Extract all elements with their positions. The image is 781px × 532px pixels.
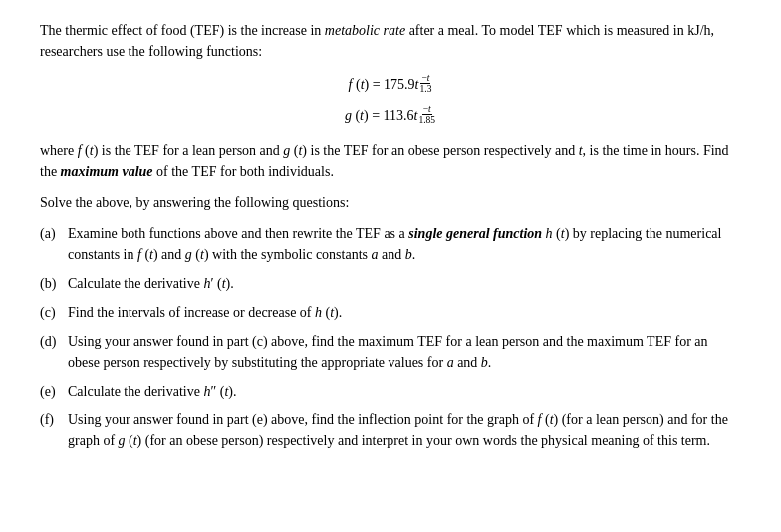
question-b-text: Calculate the derivative h′ (t). <box>68 273 741 294</box>
questions-list: (a) Examine both functions above and the… <box>40 223 741 451</box>
question-e: (e) Calculate the derivative h″ (t). <box>40 381 741 401</box>
main-content: The thermic effect of food (TEF) is the … <box>40 20 741 451</box>
question-b-label: (b) <box>40 273 68 294</box>
equations-block: f (t) = 175.9t−t1.3 g (t) = 113.6t−t1.85 <box>40 74 741 127</box>
question-c-text: Find the intervals of increase or decrea… <box>68 302 741 323</box>
question-a: (a) Examine both functions above and the… <box>40 223 741 265</box>
question-a-label: (a) <box>40 223 68 244</box>
where-clause: where f (t) is the TEF for a lean person… <box>40 140 741 182</box>
question-f-label: (f) <box>40 409 68 430</box>
question-b: (b) Calculate the derivative h′ (t). <box>40 273 741 294</box>
question-d: (d) Using your answer found in part (c) … <box>40 331 741 373</box>
intro-text: The thermic effect of food (TEF) is the … <box>40 20 741 62</box>
question-e-label: (e) <box>40 381 68 401</box>
question-f-text: Using your answer found in part (e) abov… <box>68 409 741 451</box>
question-c: (c) Find the intervals of increase or de… <box>40 302 741 323</box>
question-d-label: (d) <box>40 331 68 352</box>
question-a-text: Examine both functions above and then re… <box>68 223 741 265</box>
question-c-label: (c) <box>40 302 68 323</box>
question-e-text: Calculate the derivative h″ (t). <box>68 381 741 401</box>
question-d-text: Using your answer found in part (c) abov… <box>68 331 741 373</box>
question-f: (f) Using your answer found in part (e) … <box>40 409 741 451</box>
solve-intro: Solve the above, by answering the follow… <box>40 192 741 213</box>
equation-f: f (t) = 175.9t−t1.3 <box>40 74 741 97</box>
equation-g: g (t) = 113.6t−t1.85 <box>40 105 741 128</box>
